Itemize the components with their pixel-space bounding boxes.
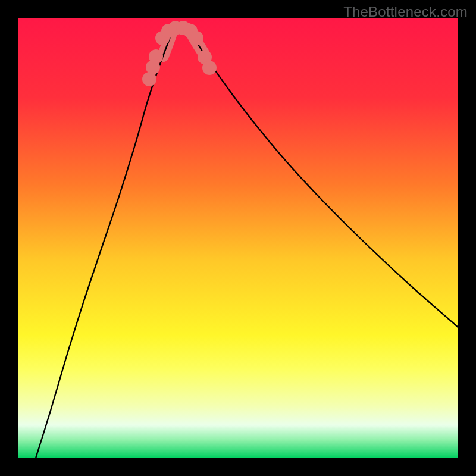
floor-dot	[202, 61, 217, 75]
plot-svg	[18, 18, 458, 458]
chart-frame: TheBottleneck.com	[0, 0, 476, 476]
floor-dot	[189, 31, 203, 45]
gradient-background	[18, 18, 458, 458]
floor-dot	[149, 49, 163, 64]
plot-area	[18, 18, 458, 458]
